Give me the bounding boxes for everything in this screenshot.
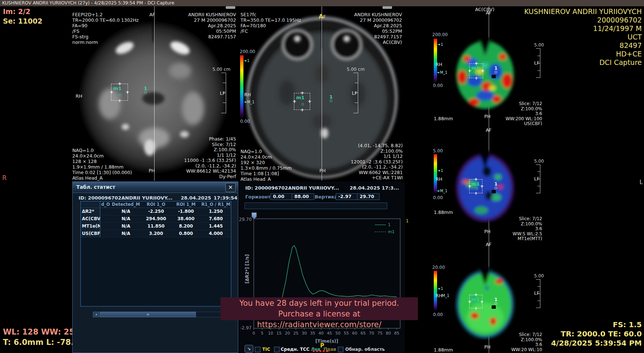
- patient-line: 05:50PM: [188, 28, 236, 34]
- map-info: Slice: 7/12Z:100.0%3.6WW:20 WL:10: [498, 332, 542, 352]
- horizontal-max-input[interactable]: 88.00: [292, 193, 314, 200]
- col-roi1-o[interactable]: ROI 1_O: [141, 201, 171, 208]
- cbf-map-image: [452, 37, 518, 110]
- colorbar-marker-1[interactable]: ◄1: [437, 166, 443, 173]
- map-info-line: Slice: 7/12: [498, 101, 542, 107]
- cell-detected: N/A: [111, 215, 141, 222]
- colorbar-marker-1[interactable]: ◄1: [244, 56, 249, 63]
- scroll-nub[interactable]: [382, 6, 392, 9]
- cell-ratio: 4.000: [201, 230, 231, 237]
- orientation-top-f: F: [323, 14, 326, 20]
- svg-text:40: 40: [319, 331, 324, 336]
- table-row[interactable]: AC(CBV) N/A 294.900 38.400 7.680: [81, 215, 231, 223]
- window-title-bar[interactable]: KUSHNIEROV ANDRII YURIIOVYCH (27y) - 4/2…: [0, 0, 644, 6]
- roi-point-1[interactable]: 1: [144, 86, 147, 94]
- svg-text:50: 50: [335, 331, 340, 336]
- scroll-nub[interactable]: [226, 6, 235, 9]
- detect-area-checkbox[interactable]: [338, 347, 343, 352]
- orientation-top: AF: [149, 12, 155, 17]
- svg-text:80: 80: [386, 331, 391, 336]
- geometry-line: NAQ=1.0: [240, 149, 292, 154]
- trial-line-2[interactable]: Purchase a license at https://radiantvie…: [221, 309, 418, 330]
- roi-point-1[interactable]: 1: [494, 65, 498, 73]
- slice-line: WW:6062 WL:2281: [351, 170, 403, 176]
- slice-thickness: 1.88mm: [434, 116, 453, 121]
- roi-point-1[interactable]: 1: [494, 297, 498, 305]
- patient-summary-line: HD+CE: [524, 50, 642, 58]
- colorbar-marker-1[interactable]: ◄1: [437, 284, 443, 291]
- map-info-line: MT1e(MTT): [498, 236, 542, 242]
- patient-line: ANDRII KUSHNIEROV: [188, 12, 236, 17]
- col-detected-o[interactable]: d_O: [100, 201, 111, 208]
- cell-ratio: 1.445: [201, 223, 231, 230]
- slice-line: WW:86612 WL:42134: [184, 169, 236, 174]
- colorbar-marker-m1[interactable]: M_1: [442, 294, 449, 298]
- table-row[interactable]: MT1e(MTT) N/A 11.850 8.200 1.445: [81, 223, 231, 230]
- vertical-min-input[interactable]: -2.97: [336, 193, 358, 200]
- roi-box-m1[interactable]: m1 ++ ++: [470, 295, 482, 308]
- perfusion-panel[interactable]: AC(CBV) KUSHNIEROV ANDRII YURIIOVYCH2000…: [405, 6, 644, 353]
- roi-point-1[interactable]: 1: [494, 181, 498, 189]
- stats-table-window[interactable]: Табл. статист ✕ ID: 2000096702 ANDRII YU…: [72, 181, 238, 353]
- chart-corner-mark: 1: [406, 218, 409, 224]
- roi-box-m1[interactable]: m1 ++ ++: [294, 93, 310, 110]
- empty-field[interactable]: [245, 203, 387, 209]
- map-info-line: Z:100.0%: [498, 222, 542, 227]
- roi-box-m1[interactable]: m1 ++ ++: [111, 84, 128, 100]
- mean-tcc-label: Средн. TCC: [281, 347, 309, 352]
- horizontal-min-input[interactable]: 0.00: [270, 193, 293, 200]
- geometry-line: 24.0×24.0cm: [72, 153, 132, 159]
- col-detected-m[interactable]: Detected_M: [111, 201, 141, 208]
- patient-summary: KUSHNIEROV ANDRII YURIIOVYCH200009670211…: [524, 7, 642, 67]
- vertical-max-input[interactable]: 29.70: [357, 193, 380, 200]
- legend-solid-line: [375, 225, 386, 225]
- cell-detected: N/A: [111, 223, 141, 230]
- patient-info: ANDRII KUSHNIEROV27 M 2000096702Apr.28.2…: [188, 12, 236, 39]
- col-ratio[interactable]: R1_O / R1_M: [201, 201, 231, 208]
- map-info-line: Slice: 7/12: [498, 332, 542, 338]
- expand-chart-button[interactable]: ↘: [245, 345, 253, 353]
- slice-info: (4.01, -14.75, 8.82)Z:100.0%1/1 1/121200…: [351, 143, 403, 181]
- stats-window-titlebar[interactable]: Табл. статист: [73, 182, 238, 193]
- svg-text:35: 35: [310, 331, 315, 336]
- cell-roi1-m: 38.400: [171, 215, 201, 222]
- colorbar-min: 0.00: [433, 312, 443, 317]
- mean-tcc-checkbox[interactable]: [274, 347, 280, 352]
- colorbar-marker-m1[interactable]: ◄M_1: [244, 98, 255, 105]
- roi-box-m1[interactable]: m1 ++ ++: [470, 180, 482, 193]
- ruler-mid-label: LF: [534, 290, 540, 296]
- slice-line: (2.0, -11.2, -34.2): [184, 163, 236, 169]
- scrollbar-handle[interactable]: ≡: [100, 312, 196, 317]
- colorbar-marker-1[interactable]: ◄1: [437, 40, 443, 47]
- map-info: Slice: 7/12Z:100.0%3.6WW:5 WL:2.5MT1e(MT…: [498, 217, 542, 242]
- colorbar-min: 0.00: [433, 83, 443, 88]
- table-row[interactable]: US(CBF) N/A 3.200 0.800 4.000: [81, 230, 231, 238]
- series-counter: Se: 11002: [3, 17, 42, 25]
- slice-line: 1/1 1/12: [351, 154, 403, 159]
- cbv-map-image: [452, 266, 518, 340]
- stats-grid[interactable]: d_O Detected_M ROI 1_O ROI 1_M R1_O / R1…: [80, 201, 231, 307]
- cell-roi1-m: 8.200: [171, 223, 201, 230]
- roi-box-m1[interactable]: m1 ++ ++: [470, 64, 483, 78]
- patient-info: ANDRII KUSHNIEROV27 M 2000096702Apr.28.2…: [354, 12, 402, 45]
- tic-checkbox[interactable]: [255, 347, 260, 352]
- colorbar-marker-m1[interactable]: ◄M_1: [437, 187, 447, 194]
- y-axis-label: [ΔR2*] [1/s]: [245, 250, 250, 287]
- acquisition-params: FEEPI2D+1.2TR=2000.0 TE=60.0 1302HzFA=90…: [72, 12, 139, 45]
- patient-line: Apr.28.2025: [354, 23, 402, 28]
- table-row[interactable]: ΔR2* N/A -2.250 -1.800 1.250: [81, 208, 231, 215]
- row-label: US(CBF): [81, 230, 100, 237]
- col-roi1-m[interactable]: ROI 1_M: [171, 201, 201, 208]
- y-max-label: 29.70: [239, 217, 252, 222]
- close-icon[interactable]: ✕: [225, 183, 236, 192]
- viewport-dwi[interactable]: FEEPI2D+1.2TR=2000.0 TE=60.0 1302HzFA=90…: [0, 6, 239, 181]
- orientation-left: RH: [436, 293, 442, 298]
- stats-window-title: Табл. статист: [76, 184, 115, 190]
- scroll-left-button[interactable]: ◂: [93, 312, 99, 317]
- param-line: /FS: [72, 28, 139, 34]
- roi-point-1[interactable]: 1: [329, 94, 333, 102]
- viewport-t1[interactable]: SE17fcTR=350.0 TE=17.0 195HzFA=70/180/FC…: [239, 6, 405, 181]
- colorbar-marker-m1[interactable]: ◄M_1: [437, 68, 447, 75]
- detect-area-label: Обнар. область: [345, 347, 385, 352]
- scan-info-line: TR: 2000.0 TE: 60.0: [551, 329, 642, 339]
